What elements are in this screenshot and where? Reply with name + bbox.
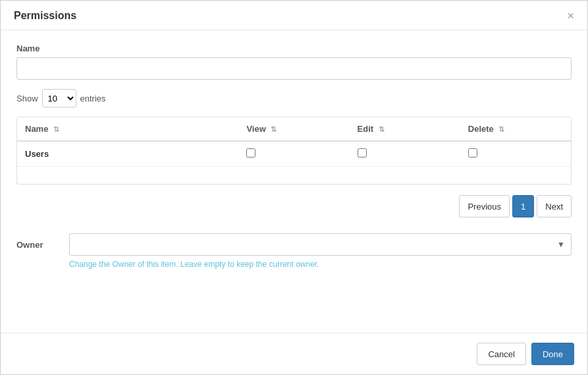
table-row: Users [17, 141, 571, 167]
delete-checkbox[interactable] [468, 148, 477, 158]
permissions-modal: Permissions × Name Show 10 25 50 100 ent… [0, 0, 588, 375]
owner-row: Owner ▼ [16, 233, 572, 256]
row-delete-cell [460, 141, 571, 167]
previous-button[interactable]: Previous [459, 195, 510, 217]
modal-header: Permissions × [1, 1, 587, 30]
permissions-table: Name ⇅ View ⇅ Edit ⇅ Delete ⇅ [17, 117, 571, 184]
empty-cell [17, 167, 571, 185]
done-button[interactable]: Done [531, 343, 574, 365]
row-name: Users [17, 141, 238, 167]
sort-delete-icon: ⇅ [498, 125, 504, 133]
row-edit-cell [350, 141, 460, 167]
cancel-button[interactable]: Cancel [477, 343, 525, 365]
name-input[interactable] [16, 57, 572, 80]
pagination: Previous 1 Next [16, 195, 572, 217]
owner-select-wrapper: ▼ [69, 233, 572, 256]
col-view[interactable]: View ⇅ [238, 117, 349, 141]
modal-body: Name Show 10 25 50 100 entries Name ⇅ [1, 30, 587, 333]
owner-section: Owner ▼ Change the Owner of this item. L… [16, 233, 572, 269]
name-label: Name [16, 43, 572, 53]
show-entries-row: Show 10 25 50 100 entries [16, 89, 572, 107]
sort-name-icon: ⇅ [53, 125, 59, 133]
modal-footer: Cancel Done [1, 333, 587, 374]
owner-label: Owner [16, 240, 56, 250]
col-name[interactable]: Name ⇅ [17, 117, 238, 141]
empty-row [17, 167, 571, 185]
next-button[interactable]: Next [537, 195, 572, 217]
close-button[interactable]: × [567, 10, 574, 22]
edit-checkbox[interactable] [358, 148, 367, 158]
sort-view-icon: ⇅ [271, 125, 277, 133]
owner-select[interactable] [69, 233, 572, 256]
view-checkbox[interactable] [246, 148, 255, 158]
sort-edit-icon: ⇅ [379, 125, 385, 133]
col-edit[interactable]: Edit ⇅ [350, 117, 460, 141]
show-label: Show [16, 94, 38, 103]
modal-title: Permissions [14, 10, 76, 22]
row-view-cell [238, 141, 349, 167]
entries-select[interactable]: 10 25 50 100 [42, 89, 76, 107]
table-body: Users [17, 141, 571, 184]
owner-hint: Change the Owner of this item. Leave emp… [69, 260, 572, 269]
entries-label: entries [80, 94, 106, 103]
page-1-button[interactable]: 1 [512, 195, 534, 217]
permissions-table-wrapper: Name ⇅ View ⇅ Edit ⇅ Delete ⇅ [16, 117, 572, 185]
table-header-row: Name ⇅ View ⇅ Edit ⇅ Delete ⇅ [17, 117, 571, 141]
col-delete[interactable]: Delete ⇅ [460, 117, 571, 141]
